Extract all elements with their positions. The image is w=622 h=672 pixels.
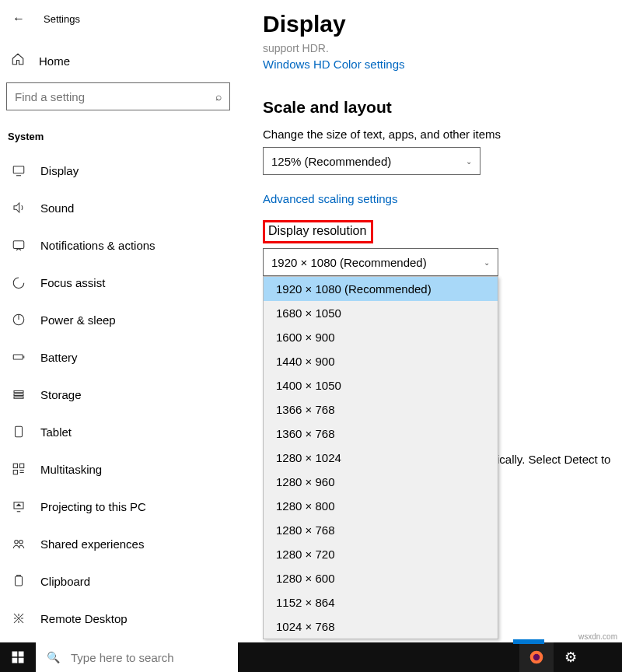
resolution-option[interactable]: 1600 × 900 bbox=[264, 325, 498, 349]
sidebar-item-sound[interactable]: Sound bbox=[0, 189, 241, 226]
svg-point-18 bbox=[15, 541, 19, 544]
nav-label: Projecting to this PC bbox=[40, 500, 146, 513]
watermark: wsxdn.com bbox=[578, 632, 617, 641]
start-button[interactable] bbox=[0, 642, 36, 672]
nav-label: Clipboard bbox=[40, 575, 90, 588]
chevron-down-icon: ⌄ bbox=[484, 258, 490, 267]
resolution-option[interactable]: 1280 × 800 bbox=[264, 494, 498, 518]
settings-search-input[interactable] bbox=[15, 90, 215, 103]
resolution-option[interactable]: 1280 × 720 bbox=[264, 542, 498, 566]
app-title: Settings bbox=[44, 13, 80, 25]
nav-icon bbox=[11, 536, 26, 551]
svg-rect-9 bbox=[14, 397, 23, 398]
sidebar-item-power-sleep[interactable]: Power & sleep bbox=[0, 301, 241, 338]
svg-rect-13 bbox=[20, 464, 24, 467]
sidebar-item-remote-desktop[interactable]: Remote Desktop bbox=[0, 600, 241, 637]
nav-icon bbox=[11, 424, 26, 439]
resolution-label: Display resolution bbox=[263, 220, 373, 243]
svg-rect-10 bbox=[16, 426, 23, 437]
firefox-taskbar-icon[interactable] bbox=[519, 642, 554, 672]
nav-icon bbox=[11, 387, 26, 402]
nav-icon bbox=[11, 200, 26, 215]
advanced-scaling-link[interactable]: Advanced scaling settings bbox=[263, 192, 397, 205]
nav-label: Power & sleep bbox=[40, 313, 116, 327]
nav-label: Shared experiences bbox=[40, 537, 144, 551]
sidebar-item-shared-experiences[interactable]: Shared experiences bbox=[0, 525, 241, 562]
scale-label: Change the size of text, apps, and other… bbox=[263, 128, 622, 141]
resolution-option[interactable]: 1280 × 600 bbox=[264, 566, 498, 590]
nav-label: Notifications & actions bbox=[40, 239, 156, 252]
taskbar-search[interactable]: 🔍 Type here to search bbox=[36, 642, 238, 672]
svg-rect-5 bbox=[13, 355, 23, 359]
home-label: Home bbox=[39, 54, 70, 68]
svg-rect-0 bbox=[13, 166, 24, 173]
sidebar-item-tablet[interactable]: Tablet bbox=[0, 413, 241, 450]
taskbar: 🔍 Type here to search ⚙ bbox=[0, 642, 622, 672]
svg-rect-12 bbox=[13, 464, 17, 467]
sidebar-item-storage[interactable]: Storage bbox=[0, 376, 241, 413]
sidebar-item-projecting-to-this-pc[interactable]: Projecting to this PC bbox=[0, 488, 241, 525]
sidebar-item-focus-assist[interactable]: Focus assist bbox=[0, 264, 241, 301]
resolution-option[interactable]: 1400 × 1050 bbox=[264, 373, 498, 397]
sidebar-item-notifications-actions[interactable]: Notifications & actions bbox=[0, 226, 241, 264]
resolution-option[interactable]: 1360 × 768 bbox=[264, 422, 498, 446]
svg-rect-14 bbox=[13, 471, 17, 474]
nav-icon bbox=[11, 573, 26, 589]
search-icon: ⌕ bbox=[215, 90, 222, 103]
nav-icon bbox=[11, 611, 26, 626]
nav-label: Battery bbox=[40, 351, 78, 364]
svg-rect-7 bbox=[14, 391, 23, 393]
section-label: System bbox=[0, 121, 241, 152]
nav-label: Tablet bbox=[40, 425, 72, 439]
svg-point-26 bbox=[533, 654, 540, 660]
resolution-option[interactable]: 1680 × 1050 bbox=[264, 301, 498, 325]
sidebar-item-display[interactable]: Display bbox=[0, 152, 241, 189]
sidebar-item-clipboard[interactable]: Clipboard bbox=[0, 562, 241, 600]
resolution-dropdown[interactable]: 1920 × 1080 (Recommended) ⌄ bbox=[263, 248, 498, 276]
resolution-option[interactable]: 1280 × 768 bbox=[264, 518, 498, 542]
nav-label: Remote Desktop bbox=[40, 612, 128, 625]
nav-label: Sound bbox=[40, 201, 74, 215]
search-icon: 🔍 bbox=[47, 651, 60, 663]
resolution-option[interactable]: 1366 × 768 bbox=[264, 397, 498, 422]
taskbar-search-placeholder: Type here to search bbox=[71, 651, 174, 664]
svg-rect-22 bbox=[19, 652, 24, 657]
home-icon bbox=[11, 52, 25, 69]
resolution-option[interactable]: 1024 × 768 bbox=[264, 614, 498, 639]
svg-rect-20 bbox=[16, 576, 23, 586]
svg-rect-21 bbox=[12, 652, 18, 657]
resolution-option[interactable]: 1440 × 900 bbox=[264, 349, 498, 373]
gear-icon: ⚙ bbox=[564, 649, 577, 666]
resolution-option[interactable]: 1280 × 960 bbox=[264, 470, 498, 494]
sidebar-item-battery[interactable]: Battery bbox=[0, 338, 241, 376]
hd-color-link[interactable]: Windows HD Color settings bbox=[263, 58, 405, 71]
nav-icon bbox=[11, 237, 26, 253]
nav-icon bbox=[11, 349, 26, 365]
nav-icon bbox=[11, 275, 26, 290]
taskbar-highlight bbox=[513, 639, 544, 644]
resolution-option[interactable]: 1152 × 864 bbox=[264, 590, 498, 614]
nav-label: Multitasking bbox=[40, 463, 102, 476]
taskbar-extra[interactable] bbox=[588, 642, 622, 672]
resolution-option[interactable]: 1280 × 1024 bbox=[264, 446, 498, 470]
home-nav[interactable]: Home bbox=[0, 45, 241, 76]
sidebar-item-multitasking[interactable]: Multitasking bbox=[0, 450, 241, 488]
nav-label: Focus assist bbox=[40, 276, 105, 289]
page-title: Display bbox=[263, 11, 622, 37]
svg-rect-2 bbox=[13, 241, 24, 249]
nav-icon bbox=[11, 163, 26, 178]
settings-taskbar-icon[interactable]: ⚙ bbox=[554, 642, 588, 672]
svg-rect-8 bbox=[14, 394, 23, 395]
back-button[interactable]: ← bbox=[12, 12, 25, 26]
settings-search[interactable]: ⌕ bbox=[6, 82, 230, 110]
svg-rect-24 bbox=[19, 658, 24, 663]
svg-point-19 bbox=[19, 541, 23, 544]
resolution-value: 1920 × 1080 (Recommended) bbox=[271, 256, 427, 269]
hdr-subtext: support HDR. bbox=[263, 42, 622, 54]
nav-icon bbox=[11, 312, 26, 327]
scale-dropdown[interactable]: 125% (Recommended) ⌄ bbox=[263, 147, 480, 175]
resolution-option[interactable]: 1920 × 1080 (Recommended) bbox=[264, 277, 498, 301]
scale-value: 125% (Recommended) bbox=[271, 155, 391, 168]
nav-label: Storage bbox=[40, 388, 82, 401]
resolution-options-list: 1920 × 1080 (Recommended)1680 × 10501600… bbox=[263, 276, 498, 639]
